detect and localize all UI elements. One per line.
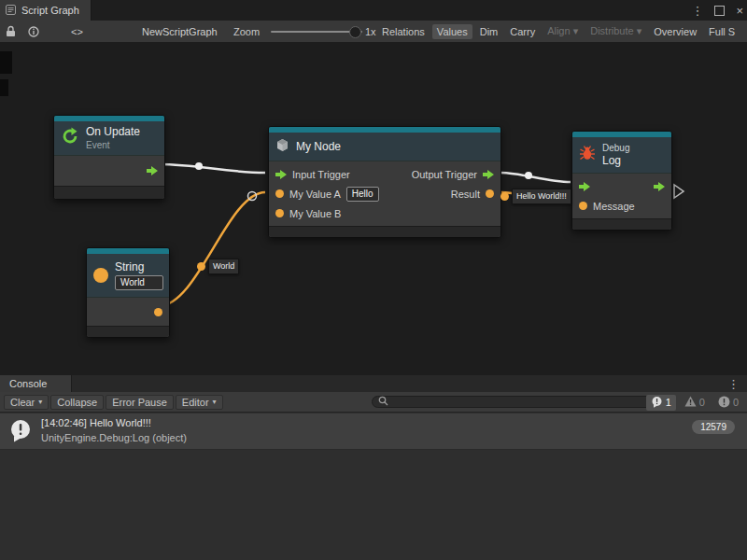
log-entry-stacktrace: UnityEngine.Debug:Log (object) bbox=[41, 432, 187, 443]
my-value-a-field[interactable]: Hello bbox=[346, 187, 379, 202]
collapse-label: Collapse bbox=[57, 397, 97, 408]
string-value-field[interactable]: World bbox=[115, 275, 163, 290]
trigger-output-port[interactable] bbox=[483, 170, 494, 179]
warning-triangle-icon bbox=[684, 396, 697, 409]
unconnected-port-ring bbox=[248, 192, 257, 201]
zoom-label: Zoom bbox=[233, 21, 260, 42]
close-icon[interactable]: × bbox=[736, 4, 743, 18]
wire-flow-dot bbox=[525, 172, 532, 179]
chevron-down-icon: ▾ bbox=[38, 398, 42, 406]
console-search bbox=[372, 396, 656, 408]
tab-label: Script Graph bbox=[21, 5, 79, 16]
align-button[interactable]: Align ▾ bbox=[543, 23, 583, 39]
tab-console[interactable]: Console bbox=[0, 375, 72, 392]
node-title: Log bbox=[602, 155, 629, 167]
relations-button[interactable]: Relations bbox=[377, 24, 430, 39]
wire-value-dot bbox=[500, 192, 509, 201]
wire-string-to-myvaluea bbox=[159, 192, 265, 306]
maximize-icon[interactable] bbox=[714, 6, 725, 16]
node-on-update[interactable]: On Update Event bbox=[53, 115, 165, 200]
log-count-toggle[interactable]: 1 bbox=[646, 395, 676, 411]
tab-script-graph[interactable]: Script Graph bbox=[0, 0, 92, 21]
trigger-input-port[interactable] bbox=[275, 170, 287, 179]
clear-label: Clear bbox=[10, 397, 35, 408]
console-count-badges: 1 0 0 bbox=[646, 394, 743, 411]
trigger-input-port[interactable] bbox=[579, 182, 590, 191]
trigger-output-port[interactable] bbox=[147, 166, 158, 175]
bug-icon bbox=[579, 146, 596, 165]
graph-toolbar: <> NewScriptGraph Zoom 1x Relations Valu… bbox=[0, 21, 747, 43]
log-repeat-count-badge: 12579 bbox=[692, 420, 735, 434]
wire-value-text: World bbox=[208, 259, 239, 274]
unity-editor-window: Script Graph ⋮ × <> NewScriptGraph Zoom … bbox=[0, 0, 747, 560]
trigger-output-port[interactable] bbox=[654, 182, 665, 191]
value-output-port[interactable] bbox=[154, 308, 162, 316]
node-footer bbox=[87, 326, 169, 337]
wire-value-text: Hello World!!! bbox=[512, 189, 571, 204]
console-menu-icon[interactable]: ⋮ bbox=[727, 377, 740, 391]
value-output-port[interactable] bbox=[486, 189, 494, 198]
graph-canvas[interactable]: On Update Event bbox=[0, 42, 747, 375]
continue-triangle-icon bbox=[674, 185, 684, 198]
wire-flow-dot bbox=[195, 162, 203, 170]
clear-button[interactable]: Clear ▾ bbox=[4, 395, 49, 410]
node-title: My Node bbox=[296, 141, 341, 153]
console-toolbar: Clear ▾ Collapse Error Pause Editor ▾ bbox=[0, 392, 747, 413]
error-count: 0 bbox=[733, 397, 739, 408]
port-label: Input Trigger bbox=[292, 169, 350, 180]
wire-value-label-world: World bbox=[197, 259, 239, 274]
port-label: Result bbox=[451, 189, 480, 200]
editor-label: Editor bbox=[182, 397, 209, 408]
console-log-entry[interactable]: [14:02:46] Hello World!!! UnityEngine.De… bbox=[0, 413, 747, 450]
graph-toolbar-buttons: Relations Values Dim Carry Align ▾ Distr… bbox=[377, 21, 747, 42]
value-input-port[interactable] bbox=[275, 189, 284, 198]
unit-cube-icon bbox=[275, 138, 289, 156]
error-pause-label: Error Pause bbox=[112, 397, 167, 408]
error-pause-button[interactable]: Error Pause bbox=[106, 395, 174, 410]
warning-count-toggle[interactable]: 0 bbox=[680, 395, 710, 410]
edit-code-icon[interactable]: <> bbox=[71, 21, 83, 42]
node-subtitle: Event bbox=[86, 140, 140, 150]
values-button[interactable]: Values bbox=[432, 24, 472, 39]
node-debug-log[interactable]: Debug Log Message bbox=[571, 131, 672, 231]
log-bubble-icon bbox=[651, 396, 663, 410]
overview-button[interactable]: Overview bbox=[649, 24, 701, 39]
zoom-slider-knob[interactable] bbox=[349, 26, 361, 38]
warning-count: 0 bbox=[699, 397, 705, 408]
distribute-button[interactable]: Distribute ▾ bbox=[585, 23, 646, 39]
wire-mynode-to-debug bbox=[500, 173, 571, 182]
lock-icon[interactable] bbox=[6, 21, 16, 42]
node-footer bbox=[54, 186, 164, 199]
node-footer bbox=[572, 218, 671, 230]
value-input-port[interactable] bbox=[579, 202, 587, 210]
value-input-port[interactable] bbox=[275, 209, 284, 217]
node-category: Debug bbox=[602, 143, 629, 153]
full-screen-button[interactable]: Full S bbox=[704, 24, 740, 39]
port-label: My Value B bbox=[289, 208, 341, 219]
search-icon bbox=[378, 396, 388, 408]
on-update-icon bbox=[61, 127, 79, 149]
chevron-down-icon: ▾ bbox=[213, 398, 217, 406]
canvas-artifact bbox=[0, 51, 12, 74]
carry-button[interactable]: Carry bbox=[505, 24, 540, 39]
script-graph-icon bbox=[6, 5, 16, 17]
node-title: On Update bbox=[86, 126, 140, 138]
port-label: My Value A bbox=[289, 189, 341, 200]
window-menu-icon[interactable]: ⋮ bbox=[691, 5, 703, 17]
error-count-toggle[interactable]: 0 bbox=[713, 395, 743, 411]
editor-button[interactable]: Editor ▾ bbox=[176, 395, 223, 410]
collapse-button[interactable]: Collapse bbox=[50, 395, 104, 410]
wire-onupdate-to-mynode bbox=[159, 164, 265, 173]
log-message-icon bbox=[8, 418, 33, 446]
node-footer bbox=[269, 226, 500, 237]
zoom-value: 1x bbox=[365, 21, 376, 42]
error-circle-icon bbox=[718, 396, 730, 410]
console-search-input[interactable] bbox=[392, 396, 650, 408]
node-my-node[interactable]: My Node Input Trigger Output Trigger bbox=[268, 126, 501, 238]
info-icon[interactable] bbox=[28, 21, 39, 42]
dim-button[interactable]: Dim bbox=[475, 24, 503, 39]
node-title: String bbox=[115, 261, 163, 273]
node-string[interactable]: String World bbox=[86, 247, 170, 338]
port-label: Message bbox=[593, 201, 635, 212]
graph-name-label: NewScriptGraph bbox=[142, 21, 218, 42]
